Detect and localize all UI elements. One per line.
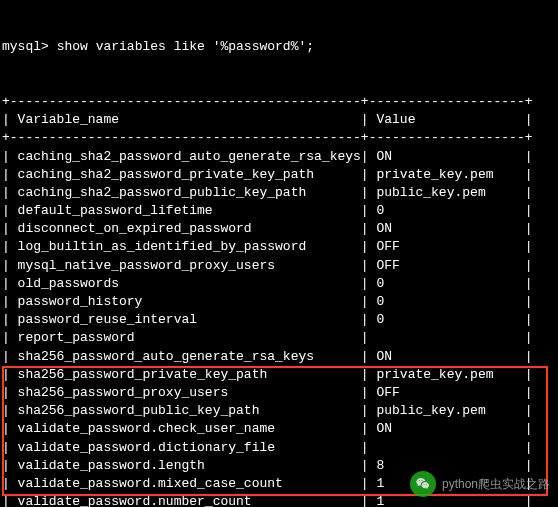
prompt-line[interactable]: mysql> show variables like '%password%';	[2, 38, 556, 56]
wechat-icon	[410, 471, 436, 497]
mysql-prompt: mysql>	[2, 39, 49, 54]
watermark-text: python爬虫实战之路	[442, 476, 550, 493]
terminal-output: mysql> show variables like '%password%';…	[0, 0, 558, 507]
sql-command: show variables like '%password%';	[57, 39, 314, 54]
result-table: +---------------------------------------…	[2, 93, 556, 507]
wechat-watermark: python爬虫实战之路	[410, 471, 550, 497]
